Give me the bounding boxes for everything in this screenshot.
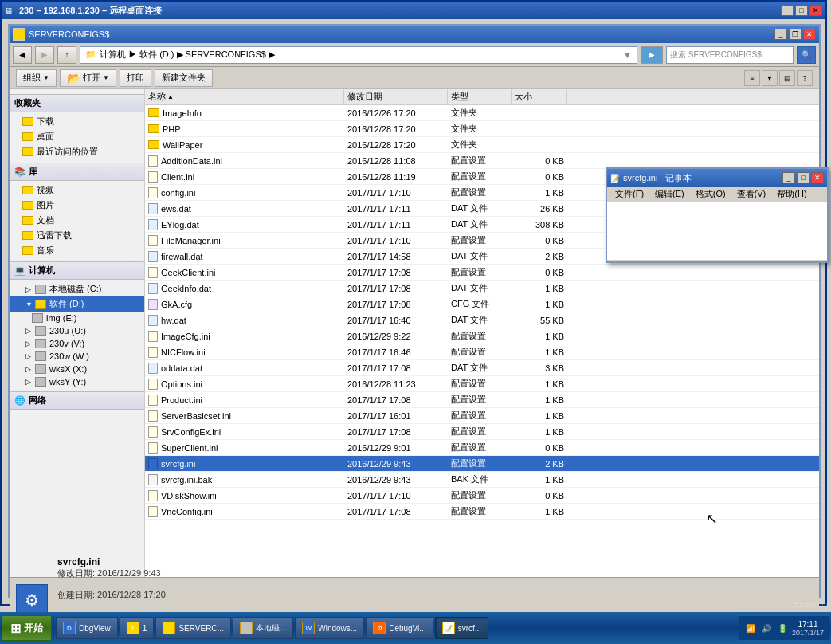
file-row[interactable]: VDiskShow.ini 2017/1/17 17:10 配置设置 0 KB [145, 488, 819, 504]
file-type-cell: 配置设置 [448, 376, 512, 391]
rdp-minimize-button[interactable]: _ [781, 5, 794, 16]
col-type-header[interactable]: 类型 [448, 89, 512, 104]
taskbar-btn-debugvi[interactable]: ⚙ DebugVi... [366, 617, 433, 639]
sidebar-item-pictures[interactable]: 图片 [10, 198, 144, 213]
file-size-cell: 1 KB [512, 392, 567, 407]
notepad-help-menu[interactable]: 帮助(H) [772, 187, 811, 202]
back-button[interactable]: ◀ [13, 46, 32, 64]
taskbar-icon: D [63, 622, 76, 634]
taskbar-btn-windows[interactable]: W Windows... [295, 617, 364, 639]
start-button[interactable]: ⊞ 开始 [2, 615, 52, 641]
drive-c[interactable]: ▷ 本地磁盘 (C:) [10, 281, 144, 296]
taskbar-btn-dbgview[interactable]: D DbgView [56, 617, 118, 639]
file-row[interactable]: AdditionData.ini 2016/12/28 11:08 配置设置 0… [145, 153, 819, 169]
notepad-file-menu[interactable]: 文件(F) [610, 187, 649, 202]
notepad-restore-button[interactable]: □ [797, 172, 809, 183]
drive-u[interactable]: ▷ 230u (U:) [10, 324, 144, 337]
folder-icon [22, 117, 33, 126]
file-row[interactable]: GkA.cfg 2017/1/17 17:08 CFG 文件 1 KB [145, 296, 819, 312]
taskbar-btn-serverc[interactable]: SERVERC... [155, 617, 231, 639]
library-header[interactable]: 📚 库 [10, 163, 144, 181]
new-folder-button[interactable]: 新建文件夹 [155, 69, 213, 87]
file-row[interactable]: Options.ini 2016/12/28 11:23 配置设置 1 KB [145, 376, 819, 392]
search-field[interactable]: 搜索 SERVERCONFIGS$ [666, 46, 794, 64]
file-row[interactable]: svrcfg.ini.bak 2016/12/29 9:43 BAK 文件 1 … [145, 472, 819, 488]
file-row[interactable]: svrcfg.ini 2016/12/29 9:43 配置设置 2 KB [145, 456, 819, 472]
file-row[interactable]: SrvConfigEx.ini 2017/1/17 17:08 配置设置 1 K… [145, 424, 819, 440]
file-row[interactable]: ServerBasicset.ini 2017/1/17 16:01 配置设置 … [145, 408, 819, 424]
file-row[interactable]: ImageInfo 2016/12/26 17:20 文件夹 [145, 105, 819, 121]
file-name-cell: svrcfg.ini.bak [145, 472, 344, 487]
file-row[interactable]: SuperClient.ini 2016/12/29 9:01 配置设置 0 K… [145, 440, 819, 456]
sidebar-item-docs[interactable]: 文档 [10, 213, 144, 228]
file-size-cell: 2 KB [512, 456, 567, 471]
favorites-header[interactable]: 收藏夹 [10, 94, 144, 112]
explorer-restore-button[interactable]: ❐ [789, 29, 802, 40]
help-button[interactable]: ? [797, 70, 813, 86]
file-row[interactable]: Product.ini 2017/1/17 17:08 配置设置 1 KB [145, 392, 819, 408]
rdp-close-button[interactable]: ✕ [809, 5, 822, 16]
sidebar-item-desktop[interactable]: 桌面 [10, 129, 144, 144]
col-size-header[interactable]: 大小 [512, 89, 567, 104]
file-row[interactable]: PHP 2016/12/28 17:20 文件夹 [145, 121, 819, 137]
file-icon [148, 331, 158, 342]
file-icon [148, 410, 158, 422]
preview-pane-button[interactable]: ▤ [779, 70, 795, 86]
file-row[interactable]: GeekInfo.dat 2017/1/17 17:08 DAT 文件 1 KB [145, 281, 819, 296]
explorer-close-button[interactable]: ✕ [803, 29, 816, 40]
sidebar-item-music[interactable]: 音乐 [10, 243, 144, 258]
file-row[interactable]: ImageCfg.ini 2016/12/29 9:22 配置设置 1 KB [145, 328, 819, 344]
drive-x[interactable]: ▷ wksX (X:) [10, 363, 144, 375]
file-date-cell: 2017/1/17 17:10 [344, 488, 448, 503]
sidebar-item-xunlei[interactable]: 迅雷下载 [10, 228, 144, 243]
file-name-cell: SrvConfigEx.ini [145, 424, 344, 439]
file-row[interactable]: GeekClient.ini 2017/1/17 17:08 配置设置 0 KB [145, 265, 819, 281]
file-name-text: VDiskShow.ini [161, 491, 217, 501]
organize-button[interactable]: 组织 ▼ [16, 69, 57, 87]
drive-d[interactable]: ▼ 软件 (D:) [10, 296, 144, 312]
search-button[interactable]: 🔍 [797, 46, 816, 64]
address-field[interactable]: 📁 计算机 ▶ 软件 (D:) ▶ SERVERCONFIGS$ ▶ ▼ [80, 46, 637, 64]
file-row[interactable]: hw.dat 2017/1/17 16:40 DAT 文件 55 KB [145, 312, 819, 328]
notepad-edit-menu[interactable]: 编辑(E) [650, 187, 689, 202]
forward-button[interactable]: ▶ [35, 46, 54, 64]
file-type-cell: 配置设置 [448, 328, 512, 344]
drive-y[interactable]: ▷ wksY (Y:) [10, 375, 144, 388]
file-type-cell: 配置设置 [448, 185, 512, 200]
computer-header[interactable]: 💻 计算机 [10, 261, 144, 280]
view-dropdown-button[interactable]: ▼ [762, 70, 778, 86]
taskbar-btn-svrcf[interactable]: 📝 svrcf... [435, 617, 488, 639]
notepad-minimize-button[interactable]: _ [782, 172, 795, 183]
sidebar-item-video[interactable]: 视频 [10, 183, 144, 198]
drive-v[interactable]: ▷ 230v (V:) [10, 337, 144, 350]
file-row[interactable]: VncConfig.ini 2017/1/17 17:08 配置设置 1 KB [145, 504, 819, 520]
notepad-format-menu[interactable]: 格式(O) [691, 187, 731, 202]
file-row[interactable]: WallPaper 2016/12/28 17:20 文件夹 [145, 137, 819, 153]
notepad-close-button[interactable]: ✕ [811, 172, 824, 183]
up-button[interactable]: ↑ [57, 46, 76, 64]
file-type-cell: 配置设置 [448, 456, 512, 471]
sidebar-item-downloads[interactable]: 下载 [10, 114, 144, 129]
taskbar-btn-local-disk[interactable]: 本地磁... [233, 617, 293, 639]
file-icon [148, 108, 159, 117]
explorer-minimize-button[interactable]: _ [774, 29, 787, 40]
col-date-header[interactable]: 修改日期 [344, 89, 448, 104]
favorites-section: 收藏夹 下载 桌面 最近访问的位置 [10, 94, 144, 159]
col-name-header[interactable]: 名称 ▲ [145, 89, 344, 104]
file-row[interactable]: NICFlow.ini 2017/1/17 16:46 配置设置 1 KB [145, 344, 819, 360]
notepad-content[interactable] [607, 202, 827, 260]
sidebar-item-recent[interactable]: 最近访问的位置 [10, 144, 144, 159]
refresh-button[interactable]: ▶ [641, 46, 663, 64]
drive-w[interactable]: ▷ 230w (W:) [10, 350, 144, 363]
open-button[interactable]: 📂 打开 ▼ [60, 69, 116, 87]
network-header[interactable]: 🌐 网络 [10, 391, 144, 410]
print-button[interactable]: 打印 [120, 69, 151, 87]
explorer-titlebar: SERVERCONFIGS$ _ ❐ ✕ [10, 26, 819, 43]
notepad-view-menu[interactable]: 查看(V) [732, 187, 771, 202]
file-date-cell: 2016/12/28 11:19 [344, 169, 448, 184]
drive-e[interactable]: img (E:) [10, 312, 144, 324]
view-list-button[interactable]: ≡ [744, 70, 760, 86]
rdp-maximize-button[interactable]: □ [795, 5, 808, 16]
file-row[interactable]: oddata.dat 2017/1/17 17:08 DAT 文件 3 KB [145, 360, 819, 376]
taskbar-btn-1[interactable]: 1 1 [120, 617, 155, 639]
